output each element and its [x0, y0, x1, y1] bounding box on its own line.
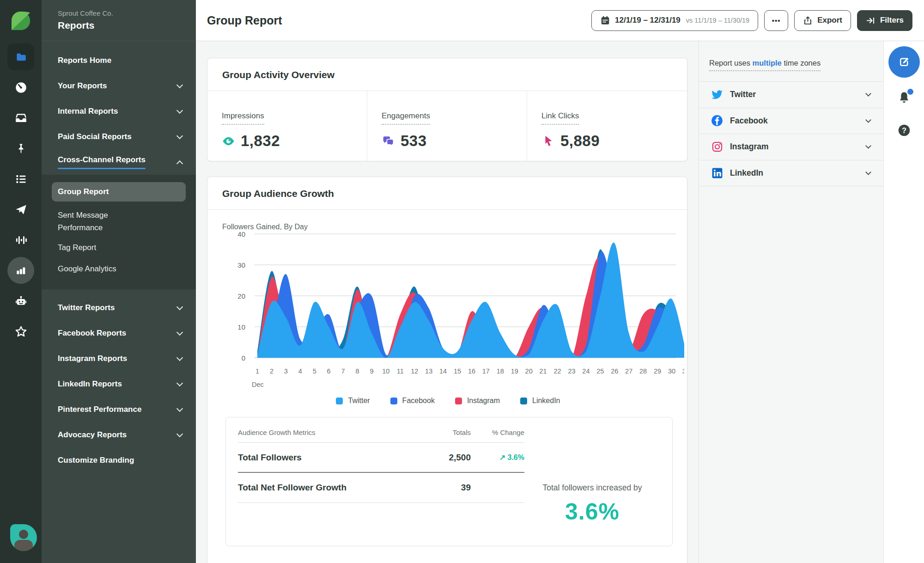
- compose-button[interactable]: [888, 46, 920, 78]
- link-clicks-label[interactable]: Link Clicks: [541, 111, 579, 125]
- svg-text:11: 11: [397, 367, 404, 375]
- inbox-rail-button[interactable]: [0, 103, 42, 133]
- filters-label: Filters: [880, 16, 904, 25]
- cursor-icon: [541, 135, 555, 148]
- pin-rail-button[interactable]: [0, 133, 42, 164]
- svg-text:30: 30: [237, 261, 245, 269]
- sidebar-item-facebook-reports[interactable]: Facebook Reports: [42, 320, 196, 346]
- sidebar-nav: Reports Home Your Reports Internal Repor…: [42, 41, 196, 175]
- chevron-down-icon: [865, 169, 871, 175]
- legend-item-instagram[interactable]: Instagram: [455, 397, 500, 405]
- sidebar-item-linkedin-reports[interactable]: LinkedIn Reports: [42, 371, 196, 397]
- svg-text:28: 28: [639, 367, 647, 375]
- chevron-down-icon: [176, 329, 183, 336]
- company-name: Sprout Coffee Co.: [58, 9, 196, 17]
- reports-analytics-rail-button[interactable]: [0, 255, 42, 286]
- report-content[interactable]: Group Activity Overview Impressions: [196, 41, 699, 563]
- compare-range-label: vs 11/1/19 – 11/30/19: [686, 17, 749, 24]
- svg-text:25: 25: [596, 367, 604, 375]
- svg-text:9: 9: [370, 367, 373, 375]
- svg-text:27: 27: [625, 367, 632, 375]
- utility-rail: ?: [883, 41, 924, 563]
- svg-text:14: 14: [439, 367, 447, 375]
- user-avatar-photo: [10, 524, 37, 551]
- svg-text:30: 30: [668, 367, 675, 375]
- pin-icon: [15, 143, 27, 154]
- svg-text:10: 10: [382, 367, 389, 375]
- sidebar-item-google-analytics[interactable]: Google Analytics: [42, 258, 196, 279]
- app-root: Sprout Coffee Co. Reports Reports Home Y…: [0, 0, 924, 563]
- svg-text:1: 1: [255, 367, 259, 375]
- network-row-instagram[interactable]: Instagram: [699, 134, 883, 160]
- date-range-button[interactable]: 12/1/19 – 12/31/19 vs 11/1/19 – 11/30/19: [591, 10, 758, 31]
- network-filter-panel: Report uses multiple time zones Twitter …: [699, 41, 883, 563]
- chevron-down-icon: [176, 431, 183, 437]
- sidebar-header: Sprout Coffee Co. Reports: [42, 0, 196, 41]
- sprout-logo[interactable]: [0, 0, 42, 42]
- network-row-linkedin[interactable]: LinkedIn: [699, 160, 883, 187]
- group-audience-growth-card: Group Audience Growth Followers Gained, …: [207, 177, 687, 563]
- sidebar-item-advocacy-reports[interactable]: Advocacy Reports: [42, 422, 196, 447]
- legend-item-facebook[interactable]: Facebook: [390, 397, 435, 405]
- change-badge: ↗ 3.6%: [471, 453, 524, 462]
- folder-icon: [7, 43, 34, 70]
- sidebar-item-your-reports[interactable]: Your Reports: [42, 73, 196, 98]
- user-avatar[interactable]: [10, 524, 37, 551]
- notifications-button[interactable]: [897, 91, 912, 107]
- sidebar-item-sent-message-performance[interactable]: Sent Message Performance: [42, 206, 196, 237]
- impressions-stat: Impressions 1,832: [207, 91, 367, 161]
- legend-item-linkedin[interactable]: LinkedIn: [520, 397, 560, 405]
- timezone-link[interactable]: multiple: [753, 59, 782, 67]
- group-activity-overview-card: Group Activity Overview Impressions: [207, 58, 687, 161]
- export-button[interactable]: Export: [794, 10, 851, 31]
- impressions-label[interactable]: Impressions: [222, 111, 264, 125]
- svg-text:13: 13: [425, 367, 432, 375]
- paper-plane-icon: [15, 203, 27, 216]
- timezone-note[interactable]: Report uses multiple time zones: [709, 59, 821, 71]
- followers-gained-area-chart[interactable]: 0102030401234567891011121314151617181920…: [222, 231, 684, 392]
- network-row-twitter[interactable]: Twitter: [699, 82, 883, 108]
- engagements-label[interactable]: Engagements: [382, 111, 430, 125]
- engagements-value: 533: [401, 132, 427, 150]
- sidebar-item-pinterest-performance[interactable]: Pinterest Performance: [42, 397, 196, 422]
- svg-text:15: 15: [454, 367, 461, 375]
- notification-badge: [907, 89, 913, 95]
- sidebar-item-cross-channel-reports[interactable]: Cross-Channel Reports: [42, 149, 196, 175]
- filters-button[interactable]: Filters: [857, 10, 912, 31]
- automation-rail-button[interactable]: [0, 286, 42, 316]
- queue-rail-button[interactable]: [0, 164, 42, 194]
- sidebar-item-instagram-reports[interactable]: Instagram Reports: [42, 346, 196, 371]
- gauge-icon: [15, 81, 27, 94]
- svg-text:Dec: Dec: [252, 381, 264, 388]
- chevron-down-icon: [176, 304, 183, 310]
- sidebar-item-twitter-reports[interactable]: Twitter Reports: [42, 295, 196, 320]
- sidebar-item-tag-report[interactable]: Tag Report: [42, 237, 196, 258]
- chevron-down-icon: [865, 91, 871, 97]
- followers-increase-callout: Total followers increased by 3.6%: [524, 428, 660, 535]
- sidebar-item-internal-reports[interactable]: Internal Reports: [42, 98, 196, 124]
- table-row-net-follower-growth: Total Net Follower Growth 39: [238, 473, 524, 503]
- legend-item-twitter[interactable]: Twitter: [336, 397, 370, 405]
- sidebar-item-customize-branding[interactable]: Customize Branding: [42, 447, 196, 473]
- sidebar-item-reports-home[interactable]: Reports Home: [42, 48, 196, 73]
- callout-label: Total followers increased by: [543, 483, 642, 493]
- chevron-up-icon: [176, 160, 183, 166]
- svg-text:10: 10: [237, 323, 245, 331]
- export-label: Export: [817, 16, 842, 25]
- sidebar-item-paid-social-reports[interactable]: Paid Social Reports: [42, 124, 196, 149]
- chevron-down-icon: [176, 81, 183, 88]
- publishing-rail-button[interactable]: [0, 194, 42, 225]
- favorites-rail-button[interactable]: [0, 316, 42, 347]
- inbox-icon: [15, 112, 27, 124]
- more-options-button[interactable]: •••: [764, 10, 788, 31]
- svg-text:4: 4: [298, 367, 302, 375]
- overview-card-title: Group Activity Overview: [222, 69, 674, 80]
- dashboard-rail-button[interactable]: [0, 72, 42, 103]
- network-row-facebook[interactable]: Facebook: [699, 108, 883, 135]
- reports-rail-button[interactable]: [0, 42, 42, 72]
- help-button[interactable]: ?: [898, 124, 911, 139]
- listening-rail-button[interactable]: [0, 225, 42, 255]
- svg-text:3: 3: [284, 367, 288, 375]
- sidebar-item-group-report[interactable]: Group Report: [52, 182, 186, 202]
- facebook-icon: [711, 115, 723, 127]
